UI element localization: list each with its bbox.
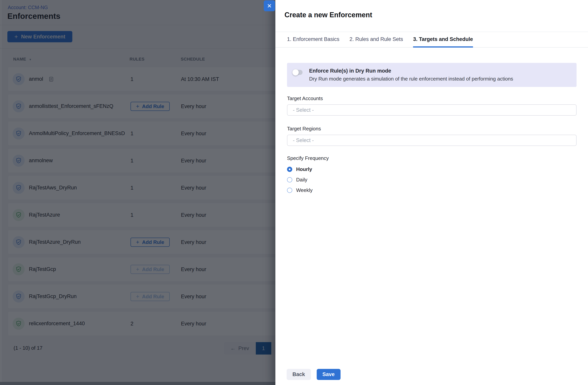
close-button[interactable]: ✕ (264, 0, 275, 11)
radio-label: Daily (296, 177, 307, 183)
frequency-option-hourly[interactable]: Hourly (287, 164, 577, 175)
radio-label: Weekly (296, 187, 313, 193)
dry-run-banner: Enforce Rule(s) in Dry Run mode Dry Run … (287, 63, 577, 87)
frequency-label: Specify Frequency (287, 155, 577, 161)
target-regions-placeholder: - Select - (293, 137, 314, 143)
frequency-options: HourlyDailyWeekly (287, 164, 577, 195)
back-button[interactable]: Back (287, 369, 311, 380)
save-button[interactable]: Save (317, 369, 340, 380)
target-regions-select[interactable]: - Select - (287, 135, 577, 146)
frequency-option-daily[interactable]: Daily (287, 175, 577, 185)
create-enforcement-drawer: ✕ Create a new Enforcement 1. Enforcemen… (275, 0, 588, 385)
radio-label: Hourly (296, 166, 312, 172)
drawer-footer: Back Save (287, 369, 340, 380)
target-accounts-select[interactable]: - Select - (287, 104, 577, 116)
target-accounts-placeholder: - Select - (293, 107, 314, 113)
dry-run-toggle[interactable] (293, 70, 303, 75)
target-regions-field: Target Regions - Select - (287, 126, 577, 146)
tab-targets-and-schedule[interactable]: 3. Targets and Schedule (413, 32, 473, 47)
dry-run-text: Enforce Rule(s) in Dry Run mode Dry Run … (309, 68, 513, 82)
radio-icon (287, 177, 292, 182)
close-icon: ✕ (267, 2, 272, 9)
target-regions-label: Target Regions (287, 126, 577, 132)
radio-icon (287, 188, 292, 193)
target-accounts-field: Target Accounts - Select - (287, 95, 577, 116)
dry-run-title: Enforce Rule(s) in Dry Run mode (309, 68, 513, 74)
radio-icon (287, 167, 292, 172)
tab-enforcement-basics[interactable]: 1. Enforcement Basics (287, 32, 339, 47)
wizard-tabs: 1. Enforcement Basics2. Rules and Rule S… (275, 32, 588, 47)
dry-run-description: Dry Run mode generates a simulation of t… (309, 76, 513, 82)
drawer-title: Create a new Enforcement (285, 11, 372, 19)
tab-rules-and-rule-sets[interactable]: 2. Rules and Rule Sets (349, 32, 403, 47)
frequency-option-weekly[interactable]: Weekly (287, 185, 577, 195)
target-accounts-label: Target Accounts (287, 95, 577, 101)
drawer-body: Enforce Rule(s) in Dry Run mode Dry Run … (287, 48, 577, 195)
toggle-knob-icon (292, 69, 299, 76)
screen: Account: CCM-NG Enforcements + New Enfor… (0, 0, 588, 385)
